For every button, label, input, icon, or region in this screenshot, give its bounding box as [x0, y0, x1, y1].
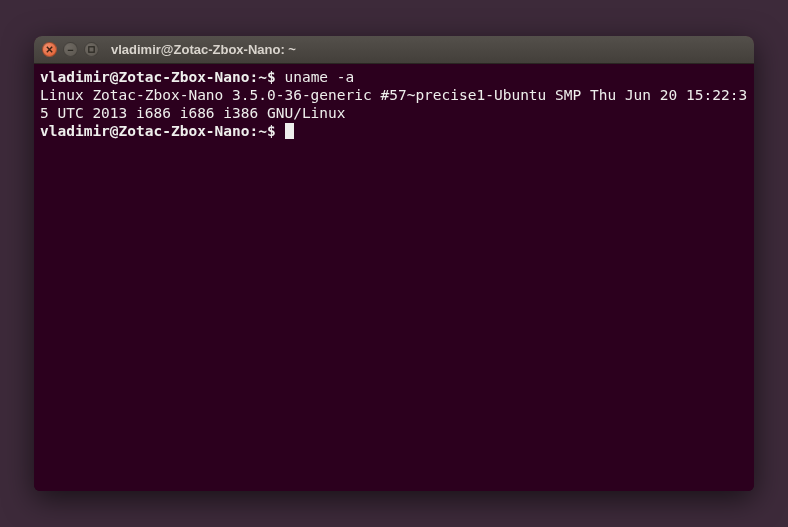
- command-output: Linux Zotac-Zbox-Nano 3.5.0-36-generic #…: [40, 86, 748, 122]
- command-text: uname -a: [284, 69, 354, 85]
- cursor-icon: [285, 123, 294, 139]
- window-title: vladimir@Zotac-Zbox-Nano: ~: [111, 42, 296, 57]
- minimize-icon[interactable]: [63, 42, 78, 57]
- maximize-icon[interactable]: [84, 42, 99, 57]
- shell-prompt: vladimir@Zotac-Zbox-Nano:~$: [40, 123, 276, 139]
- terminal-window: vladimir@Zotac-Zbox-Nano: ~ vladimir@Zot…: [34, 36, 754, 491]
- close-icon[interactable]: [42, 42, 57, 57]
- shell-prompt: vladimir@Zotac-Zbox-Nano:~$: [40, 69, 276, 85]
- titlebar[interactable]: vladimir@Zotac-Zbox-Nano: ~: [34, 36, 754, 64]
- terminal-body[interactable]: vladimir@Zotac-Zbox-Nano:~$ uname -aLinu…: [34, 64, 754, 491]
- svg-rect-0: [89, 47, 94, 52]
